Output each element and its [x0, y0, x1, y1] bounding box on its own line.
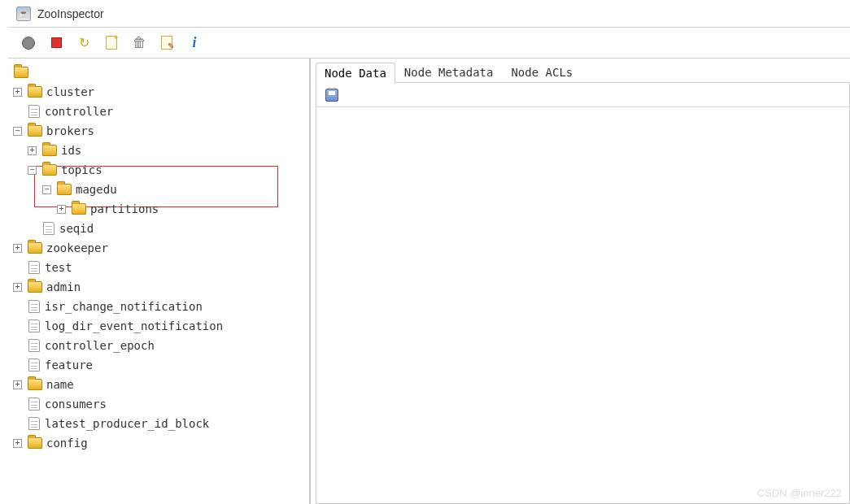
file-icon [28, 339, 40, 352]
add-node-button[interactable] [102, 34, 120, 52]
expand-icon[interactable]: + [13, 88, 22, 97]
trash-icon: 🗑 [133, 35, 146, 51]
node-label: controller [44, 105, 113, 118]
file-icon [28, 105, 40, 118]
tree-node-name[interactable]: + name [11, 375, 307, 394]
file-icon [28, 398, 40, 411]
expand-icon[interactable]: + [13, 380, 22, 389]
folder-icon [28, 379, 42, 390]
collapse-icon[interactable]: − [13, 127, 22, 136]
tree-node-cluster[interactable]: + cluster [11, 82, 307, 102]
file-icon [28, 417, 40, 430]
tree-node-partitions[interactable]: + partitions [11, 199, 307, 219]
node-label: cluster [46, 85, 94, 98]
disconnect-button[interactable] [47, 34, 65, 52]
node-label: topics [60, 163, 102, 176]
folder-icon [42, 145, 57, 156]
tree-node-consumers[interactable]: consumers [11, 394, 307, 414]
node-label: consumers [44, 398, 107, 411]
folder-icon [42, 164, 57, 176]
node-label: brokers [46, 124, 94, 137]
title-bar: ☕ ZooInspector [8, 0, 850, 28]
expand-icon[interactable]: + [13, 244, 22, 253]
node-label: partitions [89, 202, 159, 215]
collapse-icon[interactable]: − [28, 166, 37, 175]
tree-node-isr[interactable]: isr_change_notification [11, 297, 307, 316]
collapse-icon[interactable]: − [42, 185, 51, 194]
node-label: admin [46, 280, 81, 293]
delete-node-button[interactable]: 🗑 [130, 34, 148, 52]
folder-icon [57, 184, 72, 195]
tree-panel[interactable]: + cluster controller − brokers + ids [8, 59, 311, 504]
stop-icon [51, 37, 62, 48]
content-toolbar [316, 83, 849, 107]
edit-icon [161, 36, 172, 50]
expand-icon[interactable]: + [28, 146, 37, 155]
file-icon [28, 300, 40, 313]
tab-content [316, 82, 850, 504]
save-icon [325, 89, 338, 102]
tree-node-ids[interactable]: + ids [11, 141, 307, 160]
file-icon [43, 222, 54, 235]
tree-root[interactable] [11, 63, 307, 82]
node-label: controller_epoch [44, 339, 155, 352]
folder-icon [14, 67, 28, 78]
node-label: ids [60, 144, 81, 157]
folder-icon [28, 281, 42, 293]
tree-node-feature[interactable]: feature [11, 355, 307, 375]
expand-icon[interactable]: + [13, 283, 22, 292]
info-icon: i [192, 34, 196, 51]
node-label: log_dir_event_notification [44, 319, 223, 332]
save-button[interactable] [323, 86, 341, 104]
connect-button[interactable] [20, 34, 37, 52]
tree-node-magedu[interactable]: − magedu [11, 180, 307, 199]
file-icon [28, 358, 40, 371]
tree-node-topics[interactable]: − topics [11, 160, 307, 180]
new-doc-icon [106, 36, 117, 50]
folder-icon [28, 437, 42, 449]
tab-node-data[interactable]: Node Data [316, 63, 395, 84]
tree: + cluster controller − brokers + ids [11, 63, 307, 453]
tab-node-acls[interactable]: Node ACLs [502, 62, 582, 83]
tree-node-brokers[interactable]: − brokers [11, 121, 307, 141]
window-title: ZooInspector [37, 7, 104, 20]
tree-node-controller-epoch[interactable]: controller_epoch [11, 336, 307, 355]
tree-node-logdir[interactable]: log_dir_event_notification [11, 316, 307, 336]
tree-node-controller[interactable]: controller [11, 102, 307, 121]
node-label: name [46, 378, 74, 391]
tree-node-test[interactable]: test [11, 258, 307, 277]
node-label: feature [44, 358, 93, 371]
node-label: config [46, 437, 88, 450]
node-label: seqid [59, 222, 94, 235]
java-icon: ☕ [16, 7, 31, 21]
file-icon [28, 319, 40, 332]
circle-icon [22, 37, 35, 50]
toolbar: ↻ 🗑 i [8, 28, 850, 59]
tree-node-zookeeper[interactable]: + zookeeper [11, 238, 307, 258]
node-label: magedu [75, 183, 117, 196]
about-button[interactable]: i [185, 34, 203, 52]
folder-icon [28, 242, 42, 254]
expand-icon[interactable]: + [13, 439, 22, 448]
folder-icon [28, 125, 42, 137]
file-icon [28, 261, 40, 274]
tab-node-metadata[interactable]: Node Metadata [395, 62, 503, 83]
refresh-button[interactable]: ↻ [75, 34, 93, 52]
folder-icon [28, 86, 42, 98]
node-label: zookeeper [46, 241, 108, 254]
tabs: Node Data Node Metadata Node ACLs [316, 62, 850, 83]
refresh-icon: ↻ [79, 35, 89, 50]
expand-icon[interactable]: + [57, 205, 66, 214]
tree-node-admin[interactable]: + admin [11, 277, 307, 297]
watermark: CSDN @inner222 [757, 487, 842, 499]
tree-node-config[interactable]: + config [11, 433, 307, 453]
node-label: test [44, 261, 72, 274]
node-label: latest_producer_id_block [44, 417, 209, 430]
edit-node-button[interactable] [158, 34, 176, 52]
tree-node-seqid[interactable]: seqid [11, 219, 307, 238]
folder-icon [72, 203, 86, 215]
main-area: + cluster controller − brokers + ids [8, 59, 850, 504]
tree-node-latest-producer[interactable]: latest_producer_id_block [11, 414, 307, 433]
node-label: isr_change_notification [44, 300, 203, 313]
details-panel: Node Data Node Metadata Node ACLs [311, 59, 850, 504]
